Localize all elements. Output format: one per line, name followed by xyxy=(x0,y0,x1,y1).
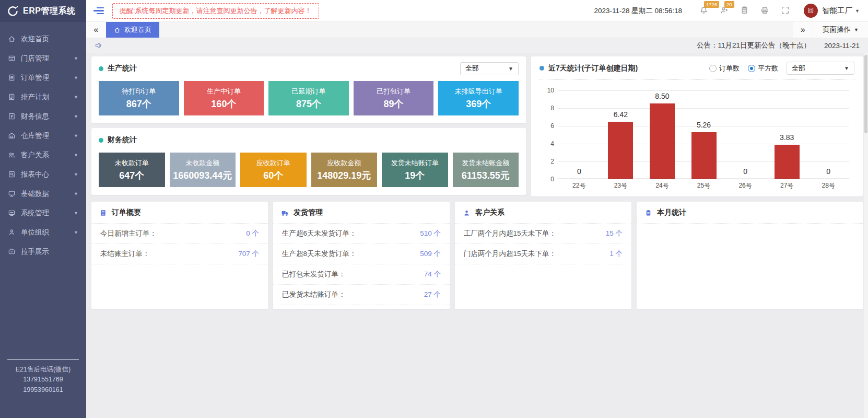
report-icon xyxy=(8,170,16,178)
stat-card-发货未结账订单[interactable]: 发货未结账订单19个 xyxy=(382,153,448,187)
summary-row-value[interactable]: 27 个 xyxy=(424,290,441,299)
sidebar-item-订单管理[interactable]: 订单管理▼ xyxy=(0,68,86,87)
printer-button[interactable] xyxy=(760,6,769,16)
sidebar-item-报表中心[interactable]: 报表中心▼ xyxy=(0,165,86,184)
summary-row-label: 生产超8天未发货订单： xyxy=(282,249,357,259)
sidebar-item-label: 拉手展示 xyxy=(21,247,49,257)
finance-cards: 未收款订单647个未收款金额1660093.44元应收款订单60个应收款金额14… xyxy=(99,153,519,187)
chart-bars: 06.428.505.2603.830 xyxy=(558,90,849,179)
system-notice: 提醒:系统每周定期更新，请注意查阅更新公告，了解更新内容！ xyxy=(112,3,319,19)
chevron-down-icon: ▼ xyxy=(74,211,78,216)
fullscreen-button[interactable] xyxy=(781,6,790,16)
vertical-scrollbar[interactable] xyxy=(864,53,868,418)
logo-swirl-icon xyxy=(6,5,19,17)
stats-column: 生产统计 全部 ▼ 待打印订单867个生产中订单160个已延期订单875个已打包… xyxy=(91,56,526,196)
sidebar-item-拉手展示[interactable]: 拉手展示 xyxy=(0,242,86,261)
stat-card-label: 发货未结账订单 xyxy=(391,158,439,168)
summary-row-value[interactable]: 1 个 xyxy=(609,249,623,259)
chart-bar-column: 8.50 xyxy=(641,90,683,179)
sidebar-item-仓库管理[interactable]: 仓库管理▼ xyxy=(0,126,86,145)
sidebar-item-客户关系[interactable]: 客户关系▼ xyxy=(0,145,86,165)
stat-card-待打印订单[interactable]: 待打印订单867个 xyxy=(99,81,179,115)
chart-bar[interactable] xyxy=(608,122,633,179)
tab-welcome-home[interactable]: 欢迎首页 xyxy=(106,22,159,38)
chart-x-tick-label: 22号 xyxy=(558,181,600,190)
sidebar-item-基础数据[interactable]: 基础数据▼ xyxy=(0,184,86,203)
chart-x-tick-label: 26号 xyxy=(724,181,766,190)
main-content: 生产统计 全部 ▼ 待打印订单867个生产中订单160个已延期订单875个已打包… xyxy=(86,53,868,418)
collapse-sidebar-icon[interactable] xyxy=(93,6,104,16)
stat-card-已延期订单[interactable]: 已延期订单875个 xyxy=(268,81,349,115)
chevron-down-icon: ▼ xyxy=(74,191,78,196)
home-icon xyxy=(114,27,121,33)
summary-row: 未结账主订单：707 个 xyxy=(91,244,268,264)
app-logo[interactable]: ERP管理系统 xyxy=(0,0,86,22)
stat-card-label: 应收款金额 xyxy=(327,158,361,168)
radio-square-count[interactable]: 平方数 xyxy=(748,64,778,73)
sidebar-item-欢迎首页[interactable]: 欢迎首页 xyxy=(0,29,86,49)
handle-icon xyxy=(8,248,16,256)
stat-card-value: 60个 xyxy=(263,169,283,182)
announcement-date: 2023-11-21 xyxy=(824,42,860,50)
bell-button[interactable]: 1726 xyxy=(699,6,708,16)
summary-row-value[interactable]: 74 个 xyxy=(424,270,441,279)
footer-phone-2: 19953960161 xyxy=(0,385,86,395)
stat-card-label: 发货未结账金额 xyxy=(462,158,509,168)
chevron-down-icon: ▼ xyxy=(74,230,78,235)
weekly-chart-panel: 近7天统计(子订单创建日期) 订单数 平方数 全部 ▼ xyxy=(531,56,863,196)
sidebar-item-单位组织[interactable]: 单位组织▼ xyxy=(0,223,86,242)
stat-card-已打包订单[interactable]: 已打包订单89个 xyxy=(354,81,434,115)
stat-card-value: 1660093.44元 xyxy=(173,169,232,182)
radio-order-count[interactable]: 订单数 xyxy=(709,64,740,73)
stat-card-未收款订单[interactable]: 未收款订单647个 xyxy=(99,153,165,187)
stat-card-发货未结账金额[interactable]: 发货未结账金额61153.55元 xyxy=(453,153,519,187)
sidebar-item-label: 报表中心 xyxy=(21,170,49,179)
production-filter-select[interactable]: 全部 ▼ xyxy=(460,62,519,75)
sidebar-item-排产计划[interactable]: 排产计划▼ xyxy=(0,87,86,107)
stat-card-生产中订单[interactable]: 生产中订单160个 xyxy=(184,81,264,115)
announcement-text[interactable]: 公告：11月21日更新公告（晚十点） xyxy=(697,41,811,50)
avatar[interactable]: 回 xyxy=(804,4,818,18)
stat-card-应收款金额[interactable]: 应收款金额148029.19元 xyxy=(311,153,378,187)
sidebar-item-label: 仓库管理 xyxy=(21,131,49,141)
store-icon xyxy=(8,54,16,62)
summary-row: 工厂两个月内超15天未下单：15 个 xyxy=(455,224,631,244)
stat-card-value: 19个 xyxy=(405,169,425,182)
tabs-scroll-left-button[interactable]: « xyxy=(86,22,106,38)
chart-filter-select[interactable]: 全部 ▼ xyxy=(787,62,854,75)
chevron-down-icon: ▼ xyxy=(74,75,78,80)
company-menu[interactable]: 智能工厂 ▼ xyxy=(822,6,860,16)
home-icon xyxy=(8,35,16,43)
scrollbar-thumb[interactable] xyxy=(864,55,867,133)
summary-row-value[interactable]: 509 个 xyxy=(420,249,441,259)
sidebar-item-门店管理[interactable]: 门店管理▼ xyxy=(0,49,86,68)
stat-card-未排版导出订单[interactable]: 未排版导出订单369个 xyxy=(438,81,519,115)
sidebar-item-系统管理[interactable]: 系统管理▼ xyxy=(0,203,86,223)
badge-count: 20 xyxy=(724,1,734,8)
chart-bar[interactable] xyxy=(691,132,717,179)
schedule-icon xyxy=(8,93,16,101)
clipboard-button[interactable] xyxy=(740,6,749,16)
tabs-scroll-right-button[interactable]: » xyxy=(793,22,813,38)
summary-row-value[interactable]: 15 个 xyxy=(606,229,623,238)
speaker-icon[interactable] xyxy=(95,41,103,50)
chart-bar[interactable] xyxy=(650,103,675,179)
chart-bar[interactable] xyxy=(775,145,800,179)
summary-row-value[interactable]: 707 个 xyxy=(238,249,259,259)
summary-row: 门店两个月内超15天未下单：1 个 xyxy=(455,244,631,264)
summary-row-label: 生产超6天未发货订单： xyxy=(282,229,357,238)
production-stats-panel: 生产统计 全部 ▼ 待打印订单867个生产中订单160个已延期订单875个已打包… xyxy=(91,56,526,123)
chevron-down-icon: ▼ xyxy=(74,114,78,119)
summary-row-value[interactable]: 0 个 xyxy=(246,229,259,238)
chart-x-tick-label: 25号 xyxy=(683,181,725,190)
person-blue-icon xyxy=(463,209,471,217)
sidebar-item-label: 订单管理 xyxy=(21,73,49,83)
summary-row-value[interactable]: 510 个 xyxy=(420,229,441,238)
truck-icon xyxy=(281,209,289,217)
tab-bar: « 欢迎首页 » 页面操作 ▼ xyxy=(86,22,868,38)
sidebar-item-财务信息[interactable]: 财务信息▼ xyxy=(0,107,86,126)
stat-card-未收款金额[interactable]: 未收款金额1660093.44元 xyxy=(170,153,236,187)
user-add-button[interactable]: 20 xyxy=(720,6,729,16)
stat-card-应收款订单[interactable]: 应收款订单60个 xyxy=(240,153,307,187)
page-actions-menu[interactable]: 页面操作 ▼ xyxy=(813,22,868,38)
